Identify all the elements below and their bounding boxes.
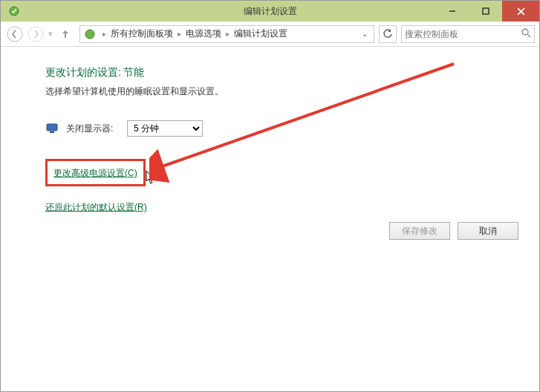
forward-button[interactable] bbox=[26, 24, 45, 44]
maximize-button[interactable] bbox=[469, 1, 502, 22]
control-panel-icon bbox=[83, 27, 97, 41]
breadcrumb-item-3[interactable]: 编辑计划设置 bbox=[234, 27, 287, 40]
advanced-link-row: 更改高级电源设置(C) bbox=[45, 159, 495, 186]
cancel-button[interactable]: 取消 bbox=[458, 222, 518, 240]
refresh-button[interactable] bbox=[379, 25, 397, 43]
svg-point-5 bbox=[7, 27, 22, 42]
window-controls bbox=[435, 1, 539, 22]
heading-label: 更改计划的设置: bbox=[45, 66, 121, 78]
back-button[interactable] bbox=[5, 24, 25, 44]
search-input[interactable] bbox=[405, 29, 521, 39]
display-off-select[interactable]: 5 分钟 bbox=[127, 120, 203, 137]
breadcrumb-item-2[interactable]: 电源选项 bbox=[186, 27, 221, 40]
chevron-right-icon: ▸ bbox=[178, 30, 181, 38]
restore-link-row: 还原此计划的默认设置(R) bbox=[45, 200, 495, 214]
navbar: ▾ ▸ 所有控制面板项 ▸ 电源选项 ▸ 编辑计划设置 ⌄ bbox=[1, 22, 539, 47]
svg-rect-2 bbox=[483, 8, 489, 14]
up-button[interactable] bbox=[56, 24, 75, 44]
app-icon bbox=[7, 4, 22, 19]
page-subtitle: 选择希望计算机使用的睡眠设置和显示设置。 bbox=[45, 85, 495, 98]
window-title: 编辑计划设置 bbox=[244, 5, 297, 18]
svg-rect-11 bbox=[50, 131, 54, 133]
monitor-icon bbox=[45, 122, 59, 135]
button-row: 保存修改 取消 bbox=[389, 222, 518, 240]
history-dropdown-icon[interactable]: ▾ bbox=[48, 29, 53, 39]
svg-point-8 bbox=[522, 29, 528, 35]
page-heading: 更改计划的设置:节能 bbox=[45, 66, 495, 79]
content-area: 更改计划的设置:节能 选择希望计算机使用的睡眠设置和显示设置。 关闭显示器: 5… bbox=[1, 47, 539, 214]
chevron-right-icon: ▸ bbox=[103, 30, 106, 38]
save-button[interactable]: 保存修改 bbox=[389, 222, 450, 240]
search-icon[interactable] bbox=[521, 28, 531, 40]
breadcrumb-item-1[interactable]: 所有控制面板项 bbox=[111, 27, 173, 40]
breadcrumb-dropdown-icon[interactable]: ⌄ bbox=[359, 30, 371, 38]
display-off-label: 关闭显示器: bbox=[66, 122, 120, 135]
heading-plan-name: 节能 bbox=[123, 66, 144, 78]
svg-line-9 bbox=[527, 34, 530, 37]
restore-default-settings-link[interactable]: 还原此计划的默认设置(R) bbox=[45, 201, 147, 214]
svg-point-6 bbox=[28, 27, 43, 42]
advanced-power-settings-link[interactable]: 更改高级电源设置(C) bbox=[53, 167, 137, 180]
breadcrumb[interactable]: ▸ 所有控制面板项 ▸ 电源选项 ▸ 编辑计划设置 ⌄ bbox=[79, 25, 374, 43]
titlebar: 编辑计划设置 bbox=[1, 1, 539, 22]
svg-point-7 bbox=[85, 30, 94, 39]
annotation-highlight: 更改高级电源设置(C) bbox=[45, 159, 146, 186]
chevron-right-icon: ▸ bbox=[226, 30, 230, 38]
svg-rect-10 bbox=[47, 124, 57, 131]
search-box[interactable] bbox=[401, 25, 535, 43]
display-off-row: 关闭显示器: 5 分钟 bbox=[45, 120, 495, 137]
close-button[interactable] bbox=[502, 1, 539, 22]
minimize-button[interactable] bbox=[435, 1, 469, 22]
